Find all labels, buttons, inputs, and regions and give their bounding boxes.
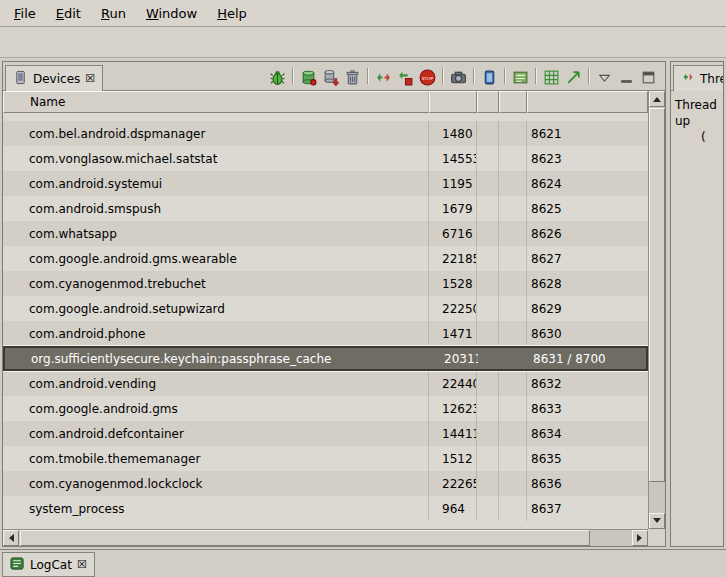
threads-panel: Threa Thread up (: [670, 61, 724, 547]
cell-pid: 20311: [431, 348, 479, 369]
menu-item-file[interactable]: File: [4, 2, 46, 25]
opengl-trace-icon[interactable]: [541, 67, 562, 87]
device-table: Name com.bel.android.dspmanager14808621c…: [3, 91, 665, 546]
cell-c4: [499, 121, 527, 146]
scroll-left-button[interactable]: [3, 530, 19, 546]
cell-port: 8623: [527, 146, 648, 171]
tab-devices-label: Devices: [33, 72, 80, 86]
cell-c3: [477, 171, 499, 196]
svg-text:STOP: STOP: [422, 75, 434, 80]
column-header-name[interactable]: Name: [3, 91, 429, 113]
cell-c4: [499, 171, 527, 196]
table-row[interactable]: com.google.android.setupwizard222508629: [3, 296, 648, 321]
toolbar-separator: [504, 68, 506, 84]
cell-port: 8624: [527, 171, 648, 196]
cell-port: 8628: [527, 271, 648, 296]
horizontal-scroll-track[interactable]: [19, 530, 632, 546]
dump-hprof-icon[interactable]: [320, 67, 341, 87]
table-row[interactable]: com.google.android.gms.wearable221858627: [3, 246, 648, 271]
tab-devices[interactable]: Devices ☒: [5, 65, 103, 91]
main-toolbar: [0, 27, 726, 58]
logcat-panel: LogCat ☒: [0, 549, 726, 577]
horizontal-scroll-thumb[interactable]: [20, 530, 590, 546]
scroll-right-button[interactable]: [632, 530, 648, 546]
column-header-c4[interactable]: [499, 91, 527, 113]
cell-pid: 22265: [429, 471, 477, 496]
view-menu-icon[interactable]: [594, 67, 615, 87]
threads-icon: [681, 70, 695, 87]
screen-capture-icon[interactable]: [448, 67, 469, 87]
cell-c3: [477, 446, 499, 471]
table-row[interactable]: com.android.smspush16798625: [3, 196, 648, 221]
table-row[interactable]: com.bel.android.dspmanager14808621: [3, 121, 648, 146]
vertical-scroll-thumb[interactable]: [649, 108, 665, 482]
maximize-icon[interactable]: [638, 67, 659, 87]
table-row[interactable]: com.android.systemui11958624: [3, 171, 648, 196]
column-header-c3[interactable]: [477, 91, 499, 113]
cell-name: system_process: [3, 496, 429, 521]
vertical-scroll-track[interactable]: [649, 107, 665, 513]
table-row[interactable]: com.android.vending224408632: [3, 371, 648, 396]
table-row[interactable]: com.android.defcontainer144118634: [3, 421, 648, 446]
menu-item-run[interactable]: Run: [91, 2, 136, 25]
cell-name: com.android.vending: [3, 371, 429, 396]
table-row[interactable]: com.tmobile.thememanager15128635: [3, 446, 648, 471]
cell-pid: 1679: [429, 196, 477, 221]
close-icon[interactable]: ☒: [77, 559, 87, 570]
table-row[interactable]: system_process9648637: [3, 496, 648, 521]
cell-c4: [501, 348, 529, 369]
threads-message-line2: (: [675, 129, 719, 145]
update-threads-icon[interactable]: [373, 67, 394, 87]
stop-process-icon[interactable]: STOP: [417, 67, 438, 87]
devices-tabbar: Devices ☒ STOP: [3, 62, 665, 91]
cell-c3: [477, 196, 499, 221]
vertical-scrollbar[interactable]: [648, 91, 665, 529]
column-header-port[interactable]: [527, 91, 648, 113]
horizontal-scrollbar[interactable]: [3, 529, 648, 546]
scroll-down-button[interactable]: [649, 513, 665, 529]
minimize-icon[interactable]: [616, 67, 637, 87]
table-row[interactable]: com.cyanogenmod.trebuchet15288628: [3, 271, 648, 296]
table-row[interactable]: com.cyanogenmod.lockclock222658636: [3, 471, 648, 496]
cell-c4: [499, 221, 527, 246]
tracer-icon[interactable]: [563, 67, 584, 87]
cell-pid: 22250: [429, 296, 477, 321]
cell-name: com.cyanogenmod.trebuchet: [3, 271, 429, 296]
debug-icon[interactable]: [267, 67, 288, 87]
cell-c4: [499, 296, 527, 321]
tab-logcat[interactable]: LogCat ☒: [2, 552, 95, 577]
cell-c3: [477, 496, 499, 521]
cell-name: com.google.android.gms.wearable: [3, 246, 429, 271]
arrow-down-icon: [653, 518, 661, 527]
method-profiling-icon[interactable]: [395, 67, 416, 87]
cell-c3: [477, 246, 499, 271]
cell-c4: [499, 196, 527, 221]
arrow-right-icon: [637, 534, 646, 542]
menu-item-edit[interactable]: Edit: [46, 2, 91, 25]
table-row[interactable]: org.sufficientlysecure.keychain:passphra…: [3, 346, 648, 371]
arrow-left-icon: [5, 534, 14, 542]
tab-threads[interactable]: Threa: [673, 65, 724, 91]
update-heap-icon[interactable]: [298, 67, 319, 87]
menu-item-window[interactable]: Window: [136, 2, 207, 25]
systrace-icon[interactable]: [510, 67, 531, 87]
menu-item-help[interactable]: Help: [207, 2, 257, 25]
cell-c4: [499, 471, 527, 496]
column-header-pid[interactable]: [429, 91, 477, 113]
toolbar-separator: [473, 68, 475, 84]
logcat-icon: [10, 556, 25, 574]
table-row[interactable]: com.vonglasow.michael.satstat145538623: [3, 146, 648, 171]
cell-port: 8634: [527, 421, 648, 446]
ui-automator-icon[interactable]: [479, 67, 500, 87]
table-row[interactable]: com.whatsapp67168626: [3, 221, 648, 246]
cell-pid: 14411: [429, 421, 477, 446]
cause-gc-icon[interactable]: [342, 67, 363, 87]
close-icon[interactable]: ☒: [85, 73, 95, 84]
cell-port: 8626: [527, 221, 648, 246]
cell-name: org.sufficientlysecure.keychain:passphra…: [5, 348, 431, 369]
scroll-up-button[interactable]: [649, 91, 665, 107]
table-row[interactable]: com.google.android.gms126238633: [3, 396, 648, 421]
table-row[interactable]: com.android.phone14718630: [3, 321, 648, 346]
devices-panel: Devices ☒ STOP Name com.bel.android.dspm…: [2, 61, 666, 547]
cell-port: 8637: [527, 496, 648, 521]
